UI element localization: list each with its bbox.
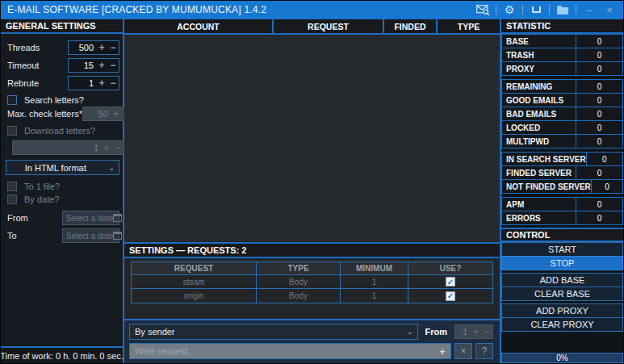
column-header-finded[interactable]: FINDED — [384, 19, 438, 33]
add-request-button[interactable]: + — [434, 345, 450, 358]
add-proxy-button[interactable]: ADD PROXY — [501, 303, 623, 318]
general-settings-panel: GENERAL SETTINGS Threads 500 + − Timeout… — [1, 19, 124, 363]
sender-selected: By sender — [135, 327, 403, 337]
titlebar-separator — [549, 5, 550, 15]
use-column-header[interactable]: USE? — [408, 262, 492, 275]
titlebar-separator — [496, 5, 496, 15]
stat-label: MULTIPWD — [502, 135, 576, 148]
stat-row: BAD EMAILS0 — [501, 107, 623, 121]
stat-label: PROXY — [502, 62, 576, 75]
plus-icon: + — [101, 142, 112, 153]
tray-icon — [532, 6, 541, 13]
by-date-label: By date? — [24, 195, 119, 204]
stop-button[interactable]: STOP — [501, 256, 623, 270]
remove-request-button[interactable]: × — [454, 343, 472, 359]
minus-icon[interactable]: − — [107, 77, 119, 89]
close-icon: × — [606, 5, 613, 15]
chevron-down-icon: ⌄ — [104, 164, 119, 172]
stat-value: 0 — [576, 62, 622, 75]
threads-stepper[interactable]: 500 + − — [68, 40, 119, 55]
open-folder-button[interactable] — [555, 2, 570, 17]
tray-button[interactable] — [529, 2, 543, 17]
download-count-row: 1 + − — [1, 140, 123, 155]
stat-group-server: IN SEARCH SERVER0 FINDED SERVER0 NOT FIN… — [501, 152, 623, 194]
request-column-header[interactable]: REQUEST — [132, 262, 257, 275]
date-to-placeholder: Select a date — [63, 232, 113, 241]
check-icon: ✓ — [447, 278, 454, 287]
statistic-panel: STATISTIC BASE0 TRASH0 PROXY0 REMAINING0… — [500, 19, 623, 363]
sender-dropdown[interactable]: By sender ⌄ — [129, 324, 418, 340]
use-checkbox[interactable]: ✓ — [446, 291, 455, 301]
search-letters-checkbox[interactable] — [7, 95, 17, 105]
stat-row: LOCKED0 — [501, 120, 623, 135]
max-check-letters-label: Max. check letters* — [7, 109, 82, 119]
settings-header: SETTINGS — REQUESTS: 2 — [124, 244, 500, 258]
format-dropdown[interactable]: In HTML format ⌄ — [6, 160, 119, 175]
stat-row: APM0 — [501, 197, 623, 211]
timeout-value: 15 — [69, 61, 96, 70]
plus-icon[interactable]: + — [96, 60, 107, 71]
search-letters-row: Search letters? — [1, 95, 123, 105]
date-from-picker: Select a date — [62, 211, 119, 225]
column-header-request[interactable]: REQUEST — [274, 19, 384, 33]
max-check-letters-row: Max. check letters* 50 + − — [1, 107, 123, 121]
use-cell: ✓ — [408, 275, 492, 289]
minus-icon: − — [112, 142, 124, 153]
stat-label: REMAINING — [502, 80, 576, 93]
settings-panel: SETTINGS — REQUESTS: 2 REQUEST TYPE MINI… — [124, 242, 500, 363]
request-input[interactable] — [130, 346, 434, 356]
rebrute-stepper[interactable]: 1 + − — [68, 76, 119, 90]
clear-base-button[interactable]: CLEAR BASE — [501, 287, 623, 301]
table-row[interactable]: steam Body 1 ✓ — [132, 275, 492, 289]
request-editor: By sender ⌄ From 1 + − + — [124, 319, 500, 363]
to-one-file-checkbox — [7, 182, 17, 191]
plus-icon[interactable]: + — [96, 77, 107, 89]
stat-label: LOCKED — [502, 121, 576, 134]
request-input-wrap: + — [129, 343, 451, 359]
close-button[interactable]: × — [602, 2, 617, 17]
date-to-picker: Select a date — [62, 228, 119, 243]
stat-label: NOT FINDED SERVER — [502, 180, 592, 193]
download-count-stepper: 1 + − — [12, 140, 124, 155]
use-checkbox[interactable]: ✓ — [446, 277, 455, 287]
stat-label: TRASH — [502, 48, 576, 61]
stat-row: PROXY0 — [501, 61, 623, 76]
plus-icon[interactable]: + — [96, 42, 107, 53]
results-list[interactable] — [124, 35, 500, 242]
help-button[interactable]: ? — [475, 343, 493, 359]
minimum-cell: 1 — [341, 289, 408, 303]
titlebar-separator — [576, 5, 576, 15]
settings-button[interactable]: ⚙ — [502, 2, 517, 17]
table-row[interactable]: origin Body 1 ✓ — [132, 289, 492, 303]
mail-search-button[interactable] — [475, 2, 490, 17]
minus-icon: − — [481, 326, 492, 337]
minimize-button[interactable]: – — [582, 2, 597, 17]
timeout-label: Timeout — [7, 61, 68, 70]
rebrute-value: 1 — [69, 78, 96, 88]
stat-label: APM — [502, 198, 576, 211]
mail-search-icon — [476, 5, 490, 15]
column-header-type[interactable]: TYPE — [438, 19, 500, 33]
clear-proxy-button[interactable]: CLEAR PROXY — [501, 317, 623, 332]
stat-value: 0 — [576, 121, 622, 134]
start-button[interactable]: START — [501, 242, 623, 257]
close-icon: × — [460, 345, 466, 357]
stat-label: IN SEARCH SERVER — [502, 153, 587, 165]
titlebar: E-MAIL SOFTWARE [CRACKED BY MUMUMUCKA] 1… — [1, 1, 623, 19]
question-icon: ? — [482, 345, 488, 357]
add-base-button[interactable]: ADD BASE — [501, 273, 623, 287]
progress-bar: 0% — [501, 353, 623, 363]
stat-label: GOOD EMAILS — [502, 94, 576, 107]
type-column-header[interactable]: TYPE — [257, 262, 341, 275]
stat-value: 0 — [576, 80, 622, 93]
requests-table: REQUEST TYPE MINIMUM USE? steam Body 1 ✓ — [131, 261, 493, 303]
minimum-column-header[interactable]: MINIMUM — [341, 262, 408, 275]
column-header-account[interactable]: ACCOUNT — [124, 19, 274, 33]
general-settings-header: GENERAL SETTINGS — [1, 19, 123, 34]
minus-icon[interactable]: − — [107, 60, 119, 71]
by-date-row: By date? — [1, 195, 123, 204]
type-cell: Body — [257, 289, 341, 303]
download-letters-label: Download letters? — [24, 126, 119, 136]
minus-icon[interactable]: − — [107, 42, 119, 53]
timeout-stepper[interactable]: 15 + − — [68, 58, 119, 73]
